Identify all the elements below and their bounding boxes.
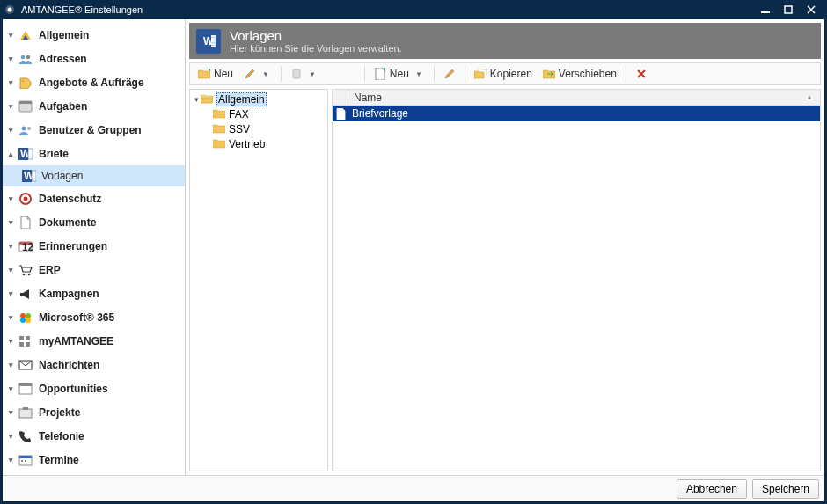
chevron-down-icon[interactable]: ▾ <box>6 313 15 322</box>
list-header[interactable]: Name ▲ <box>333 90 820 106</box>
collapse-icon[interactable]: ▾ <box>192 95 201 104</box>
name-column[interactable]: Name ▲ <box>348 91 820 104</box>
list-row-label: Briefvorlage <box>348 107 408 120</box>
chevron-down-icon[interactable]: ▾ <box>6 242 15 251</box>
chevron-down-icon[interactable]: ▾ <box>6 126 15 135</box>
nav-section-label: Kampagnen <box>39 288 99 300</box>
nav-item-vorlagen[interactable]: WVorlagen <box>3 165 185 186</box>
nav-section-kampagnen[interactable]: ▾Kampagnen <box>3 281 185 305</box>
myamt-icon <box>18 334 33 348</box>
nav-section-briefe[interactable]: ▴WBriefe <box>3 142 185 165</box>
pane-title: Vorlagen <box>230 28 402 43</box>
svg-rect-35 <box>19 409 32 418</box>
delete-button[interactable] <box>631 64 652 84</box>
list-row[interactable]: Briefvorlage <box>333 106 820 121</box>
chevron-down-icon[interactable]: ▾ <box>6 289 15 298</box>
nav-section-myamtangee[interactable]: ▾myAMTANGEE <box>3 329 185 353</box>
svg-rect-47 <box>211 45 216 46</box>
copy-icon <box>474 68 487 80</box>
folder-tree[interactable]: ▾ Allgemein FAXSSVVertrieb <box>189 89 328 471</box>
delete-icon <box>635 68 648 80</box>
icon-column[interactable] <box>333 90 348 105</box>
svg-point-18 <box>24 196 28 201</box>
chevron-down-icon[interactable]: ▾ <box>6 361 15 369</box>
nav-section-label: Briefe <box>39 148 69 160</box>
nav-section-angebote-auftr-ge[interactable]: ▾Angebote & Aufträge <box>3 70 185 94</box>
nav-section-microsoft-365[interactable]: ▾Microsoft® 365 <box>3 305 185 329</box>
pencil-icon <box>443 68 456 80</box>
chevron-down-icon[interactable]: ▾ <box>6 408 15 417</box>
dialog-footer: Abbrechen Speichern <box>3 475 824 501</box>
tree-item[interactable]: FAX <box>190 106 327 121</box>
new-item-button[interactable]: ✦ Neu ▼ <box>370 64 429 84</box>
paste-button[interactable]: ▼ <box>286 64 323 84</box>
chevron-down-icon[interactable]: ▾ <box>6 384 15 393</box>
svg-point-27 <box>26 318 31 323</box>
privacy-icon <box>18 192 33 206</box>
tree-item[interactable]: SSV <box>190 121 327 136</box>
chevron-down-icon[interactable]: ▾ <box>6 102 15 111</box>
nav-section-nachrichten[interactable]: ▾Nachrichten <box>3 353 185 376</box>
nav-section-datenschutz[interactable]: ▾Datenschutz <box>3 186 185 210</box>
chevron-down-icon[interactable]: ▾ <box>6 218 15 227</box>
nav-section-erinnerungen[interactable]: ▾12Erinnerungen <box>3 234 185 258</box>
nav-section-dokumente[interactable]: ▾Dokumente <box>3 210 185 234</box>
dropdown-icon[interactable]: ▼ <box>306 70 318 78</box>
close-button[interactable] <box>806 4 816 15</box>
svg-text:12: 12 <box>22 241 33 252</box>
svg-point-4 <box>21 55 26 59</box>
chevron-down-icon[interactable]: ▾ <box>6 55 15 63</box>
svg-rect-31 <box>26 342 30 347</box>
cancel-button[interactable]: Abbrechen <box>677 479 747 499</box>
nav-section-label: Nachrichten <box>39 359 99 371</box>
logo-icon <box>18 28 33 42</box>
item-list[interactable]: Name ▲ Briefvorlage <box>332 89 821 471</box>
new-item-label: Neu <box>390 68 409 80</box>
edit-folder-button[interactable]: ▼ <box>239 64 276 84</box>
separator <box>281 66 282 82</box>
dropdown-icon[interactable]: ▼ <box>413 70 425 78</box>
nav-section-aufgaben[interactable]: ▾Aufgaben <box>3 94 185 118</box>
chevron-up-icon[interactable]: ▴ <box>6 150 15 158</box>
nav-section-projekte[interactable]: ▾Projekte <box>3 400 185 424</box>
folder-open-icon <box>201 94 213 105</box>
opp-icon <box>18 382 33 396</box>
edit-item-button[interactable] <box>439 64 460 84</box>
chevron-down-icon[interactable]: ▾ <box>6 456 15 464</box>
nav-section-allgemein[interactable]: ▾Allgemein <box>3 23 185 47</box>
nav-section-erp[interactable]: ▾ERP <box>3 258 185 281</box>
nav-section-opportunities[interactable]: ▾Opportunities <box>3 376 185 400</box>
nav-section-adressen[interactable]: ▾Adressen <box>3 47 185 70</box>
nav-section-benutzer-gruppen[interactable]: ▾Benutzer & Gruppen <box>3 118 185 142</box>
move-button[interactable]: Verschieben <box>538 64 621 84</box>
chevron-down-icon[interactable]: ▾ <box>6 194 15 203</box>
document-new-icon: ✦ <box>374 68 386 80</box>
chevron-down-icon[interactable]: ▾ <box>6 266 15 274</box>
chevron-down-icon[interactable]: ▾ <box>6 337 15 346</box>
new-folder-button[interactable]: ✦ Neu <box>194 64 238 84</box>
svg-rect-46 <box>211 42 216 43</box>
window-controls <box>760 4 823 15</box>
tree-item[interactable]: Vertrieb <box>190 136 327 151</box>
save-button[interactable]: Speichern <box>752 479 819 499</box>
svg-rect-2 <box>761 11 770 13</box>
dropdown-icon[interactable]: ▼ <box>260 70 272 78</box>
svg-point-22 <box>23 273 26 275</box>
chevron-down-icon[interactable]: ▾ <box>6 78 15 87</box>
pane-subtitle: Hier können Sie die Vorlagen verwalten. <box>230 43 402 54</box>
nav-section-label: ERP <box>39 264 61 276</box>
cancel-label: Abbrechen <box>686 483 737 495</box>
maximize-button[interactable] <box>783 4 794 15</box>
minimize-button[interactable] <box>760 4 771 15</box>
nav-section-telefonie[interactable]: ▾Telefonie <box>3 424 185 448</box>
app-icon <box>4 4 16 16</box>
nav-section-termine[interactable]: ▾Termine <box>3 448 185 471</box>
chevron-down-icon[interactable]: ▾ <box>6 432 15 441</box>
settings-sidebar[interactable]: ▾Allgemein▾Adressen▾Angebote & Aufträge▾… <box>3 19 186 475</box>
nav-section-label: Adressen <box>39 53 87 65</box>
nav-section-label: Erinnerungen <box>39 240 107 252</box>
tree-item-label: SSV <box>229 123 250 135</box>
copy-button[interactable]: Kopieren <box>470 64 537 84</box>
chevron-down-icon[interactable]: ▾ <box>6 31 15 40</box>
tree-root[interactable]: ▾ Allgemein <box>190 91 327 106</box>
